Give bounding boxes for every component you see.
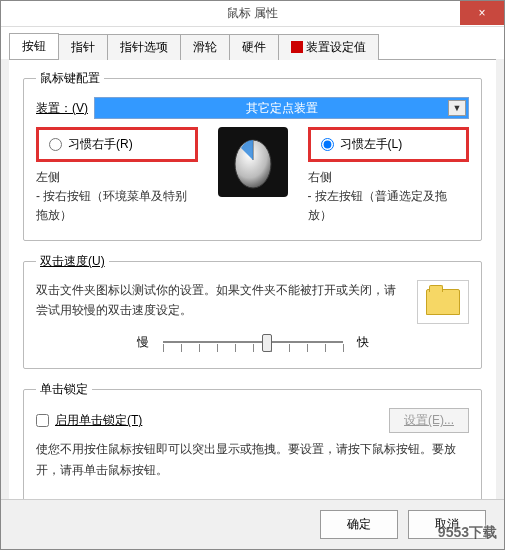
right-hand-label: 习惯右手(R) xyxy=(68,136,133,153)
tab-strip: 按钮 指针 指针选项 滑轮 硬件 装置设定值 xyxy=(1,27,504,59)
clicklock-checkbox-label[interactable]: 启用单击锁定(T) xyxy=(36,412,142,429)
button-config-legend: 鼠标键配置 xyxy=(36,70,104,87)
mouse-icon xyxy=(231,134,275,190)
left-hand-column: 习惯左手(L) 右侧 - 按左按钮（普通选定及拖放） xyxy=(308,127,470,226)
right-hand-column: 习惯右手(R) 左侧 - 按右按钮（环境菜单及特别拖放） xyxy=(36,127,198,226)
tab-wheel[interactable]: 滑轮 xyxy=(180,34,230,60)
ok-button[interactable]: 确定 xyxy=(320,510,398,539)
folder-test-box[interactable] xyxy=(417,280,469,324)
slow-label: 慢 xyxy=(137,334,149,351)
mouse-preview xyxy=(208,127,298,226)
tab-pointer[interactable]: 指针 xyxy=(58,34,108,60)
close-icon: × xyxy=(478,6,485,20)
device-row: 装置：(V) 其它定点装置 ▼ xyxy=(36,97,469,119)
left-side-title: 左侧 xyxy=(36,168,198,187)
titlebar: 鼠标 属性 × xyxy=(1,1,504,27)
handedness-row: 习惯右手(R) 左侧 - 按右按钮（环境菜单及特别拖放） xyxy=(36,127,469,226)
clicklock-help: 使您不用按住鼠标按钮即可以突出显示或拖拽。要设置，请按下鼠标按钮。要放开，请再单… xyxy=(36,439,469,480)
doubleclick-slider-row: 慢 快 xyxy=(36,330,469,354)
dialog-title: 鼠标 属性 xyxy=(227,5,278,22)
left-hand-label: 习惯左手(L) xyxy=(340,136,403,153)
doubleclick-slider[interactable] xyxy=(163,330,343,354)
slider-thumb[interactable] xyxy=(262,334,272,352)
tab-hardware[interactable]: 硬件 xyxy=(229,34,279,60)
clicklock-row: 启用单击锁定(T) 设置(E)... xyxy=(36,408,469,433)
chevron-down-icon: ▼ xyxy=(448,100,466,116)
clicklock-group: 单击锁定 启用单击锁定(T) 设置(E)... 使您不用按住鼠标按钮即可以突出显… xyxy=(23,381,482,499)
right-side-title: 右侧 xyxy=(308,168,470,187)
doubleclick-help: 双击文件夹图标以测试你的设置。如果文件夹不能被打开或关闭，请尝试用较慢的双击速度… xyxy=(36,280,469,321)
clicklock-enable-text: 启用单击锁定(T) xyxy=(55,412,142,429)
clicklock-checkbox[interactable] xyxy=(36,414,49,427)
tab-content: 鼠标键配置 装置：(V) 其它定点装置 ▼ 习惯右手(R) 左侧 - 按右按钮（… xyxy=(9,59,496,499)
close-button[interactable]: × xyxy=(460,1,504,25)
device-dropdown[interactable]: 其它定点装置 ▼ xyxy=(94,97,469,119)
left-side-block: 左侧 - 按右按钮（环境菜单及特别拖放） xyxy=(36,168,198,226)
device-dropdown-value: 其它定点装置 xyxy=(246,100,318,117)
mouse-image xyxy=(218,127,288,197)
tab-pointer-options[interactable]: 指针选项 xyxy=(107,34,181,60)
folder-icon xyxy=(426,289,460,315)
clicklock-settings-button: 设置(E)... xyxy=(389,408,469,433)
device-label: 装置：(V) xyxy=(36,100,88,117)
doubleclick-legend: 双击速度(U) xyxy=(36,253,109,270)
clicklock-legend: 单击锁定 xyxy=(36,381,92,398)
right-hand-radio[interactable] xyxy=(49,138,62,151)
mouse-properties-dialog: 鼠标 属性 × 按钮 指针 指针选项 滑轮 硬件 装置设定值 鼠标键配置 装置：… xyxy=(0,0,505,550)
right-side-block: 右侧 - 按左按钮（普通选定及拖放） xyxy=(308,168,470,226)
tab-buttons[interactable]: 按钮 xyxy=(9,33,59,59)
fast-label: 快 xyxy=(357,334,369,351)
doubleclick-group: 双击速度(U) 双击文件夹图标以测试你的设置。如果文件夹不能被打开或关闭，请尝试… xyxy=(23,253,482,370)
right-side-text: - 按左按钮（普通选定及拖放） xyxy=(308,187,470,225)
left-hand-radio[interactable] xyxy=(321,138,334,151)
device-icon xyxy=(291,41,303,53)
button-config-group: 鼠标键配置 装置：(V) 其它定点装置 ▼ 习惯右手(R) 左侧 - 按右按钮（… xyxy=(23,70,482,241)
tab-device-settings[interactable]: 装置设定值 xyxy=(278,34,379,60)
watermark: 9553下载 xyxy=(438,524,497,542)
right-hand-radio-wrap[interactable]: 习惯右手(R) xyxy=(36,127,198,162)
left-hand-radio-wrap[interactable]: 习惯左手(L) xyxy=(308,127,470,162)
dialog-footer: 确定 取消 xyxy=(1,499,504,549)
left-side-text: - 按右按钮（环境菜单及特别拖放） xyxy=(36,187,198,225)
